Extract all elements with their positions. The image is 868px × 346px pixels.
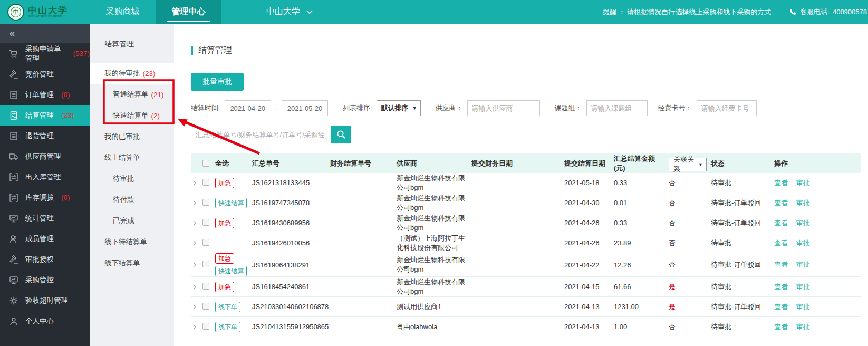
view-link[interactable]: 查看: [774, 260, 788, 270]
row-expand-icon[interactable]: [191, 180, 202, 186]
settle-amount: 61.66: [614, 283, 669, 291]
approve-link[interactable]: 审批: [796, 218, 810, 228]
row-checkbox[interactable]: [202, 219, 209, 226]
submenu-item[interactable]: 我的已审批: [90, 126, 174, 147]
page-title: 结算管理: [198, 45, 232, 56]
card-label: 经费卡号：: [658, 103, 692, 113]
approve-link[interactable]: 审批: [796, 302, 810, 312]
view-link[interactable]: 查看: [774, 218, 788, 228]
view-link[interactable]: 查看: [774, 322, 788, 332]
row-expand-icon[interactable]: [191, 220, 202, 226]
col-finance-no: 财务结算单号: [330, 159, 397, 168]
status-text: 待审批: [711, 238, 774, 248]
nav-tab-mall[interactable]: 采购商城: [90, 0, 156, 24]
badge-red: 加急: [215, 178, 234, 188]
batch-approve-button[interactable]: 批量审批: [191, 73, 244, 91]
logo-en-text: SUN YAT-SEN UNIVERSITY: [28, 15, 66, 18]
row-checkbox[interactable]: [202, 283, 209, 290]
row-checkbox[interactable]: [202, 199, 209, 206]
row-checkbox[interactable]: [202, 303, 209, 310]
row-checkbox[interactable]: [202, 239, 209, 246]
org-selector[interactable]: 中山大学: [221, 0, 345, 24]
relation-filter-select[interactable]: 关联关系 ▼: [669, 158, 707, 171]
badge-red: 加急: [215, 253, 234, 264]
submenu-item[interactable]: 待付款: [90, 189, 174, 210]
view-link[interactable]: 查看: [774, 178, 788, 188]
submit-settle-date: 2021-04-13: [564, 323, 614, 331]
approve-link[interactable]: 审批: [796, 260, 810, 270]
submenu-item[interactable]: 普通结算单 (21): [90, 84, 174, 105]
date-to-input[interactable]: [282, 100, 328, 116]
sidebar-item[interactable]: 采购管控: [0, 270, 90, 290]
submit-settle-date: 2021-04-15: [564, 283, 614, 291]
sidebar-item[interactable]: 结算管理 (23): [0, 105, 90, 126]
sidebar-item[interactable]: 审批授权: [0, 249, 90, 270]
gear-icon: [8, 295, 19, 306]
sidebar-item[interactable]: 采购申请单管理 (537): [0, 43, 90, 64]
row-expand-icon[interactable]: [191, 262, 202, 268]
transfer-icon: [8, 193, 19, 203]
search-input[interactable]: [191, 127, 329, 142]
relation-flag: 是: [669, 302, 711, 312]
row-badges: 加急: [215, 282, 252, 292]
badge-red: 加急: [215, 282, 234, 292]
row-checkbox[interactable]: [202, 261, 209, 267]
row-checkbox[interactable]: [202, 323, 209, 330]
chevron-down-icon: [305, 8, 314, 16]
view-link[interactable]: 查看: [774, 302, 788, 312]
sidebar-item[interactable]: 成员管理: [0, 228, 90, 249]
sidebar-collapse-button[interactable]: «: [0, 24, 90, 43]
row-expand-icon[interactable]: [191, 304, 202, 310]
monitor-icon: [8, 213, 19, 224]
truck-icon: [8, 151, 19, 162]
row-checkbox[interactable]: [202, 179, 209, 186]
university-seal-icon: 中: [7, 4, 24, 21]
caret-down-icon: ▼: [412, 105, 417, 111]
row-expand-icon[interactable]: [191, 324, 202, 330]
cart-icon: [8, 49, 19, 59]
calculator-icon: [8, 110, 19, 121]
select-all-checkbox[interactable]: [202, 160, 209, 167]
view-link[interactable]: 查看: [774, 282, 788, 292]
submenu-item[interactable]: 快速结算单 (2): [90, 105, 174, 126]
sidebar-item[interactable]: 统计管理: [0, 208, 90, 228]
approve-link[interactable]: 审批: [796, 198, 810, 208]
sort-select[interactable]: 默认排序 ▼: [377, 100, 421, 116]
approve-link[interactable]: 审批: [796, 238, 810, 248]
row-expand-icon[interactable]: [191, 200, 202, 206]
submenu-item[interactable]: 线下结算单: [90, 253, 174, 274]
view-link[interactable]: 查看: [774, 238, 788, 248]
submenu-item[interactable]: 线上结算单: [90, 147, 174, 168]
logo-cn-text: 中山大学: [28, 6, 68, 15]
status-text: 待审批-订单驳回: [711, 260, 774, 270]
nav-tab-admin-center[interactable]: 管理中心: [156, 0, 221, 24]
supplier-input[interactable]: [467, 100, 540, 116]
submenu-item[interactable]: 我的待审批 (23): [90, 63, 174, 84]
status-text: 待审批-订单驳回: [711, 198, 774, 208]
approve-link[interactable]: 审批: [796, 282, 810, 292]
approve-link[interactable]: 审批: [796, 178, 810, 188]
sidebar-item[interactable]: 个人中心: [0, 311, 90, 331]
sidebar-item[interactable]: 库存调拨 (0): [0, 187, 90, 208]
sidebar-item[interactable]: 出入库管理: [0, 167, 90, 187]
row-expand-icon[interactable]: [191, 240, 202, 246]
sidebar-item[interactable]: 验收超时管理: [0, 290, 90, 311]
submenu-item[interactable]: 线下待结算单: [90, 232, 174, 253]
search-button[interactable]: [331, 126, 351, 143]
sidebar-item[interactable]: 供应商管理: [0, 146, 90, 167]
sidebar-item[interactable]: 竞价管理: [0, 64, 90, 84]
submenu-item[interactable]: 已完成: [90, 210, 174, 232]
group-input[interactable]: [586, 100, 648, 116]
sidebar-item[interactable]: 退货管理: [0, 126, 90, 146]
submit-settle-date: 2021-04-26: [564, 219, 614, 227]
row-expand-icon[interactable]: [191, 284, 202, 290]
date-from-input[interactable]: [225, 100, 271, 116]
summary-order-no: JS210413155912950865: [252, 323, 330, 331]
view-link[interactable]: 查看: [774, 198, 788, 208]
sidebar-item[interactable]: 订单管理 (0): [0, 84, 90, 105]
user-icon: [8, 316, 19, 326]
approve-link[interactable]: 审批: [796, 322, 810, 332]
card-input[interactable]: [697, 100, 757, 116]
row-badges: 加急: [215, 218, 252, 228]
submenu-item[interactable]: 待审批: [90, 168, 174, 189]
